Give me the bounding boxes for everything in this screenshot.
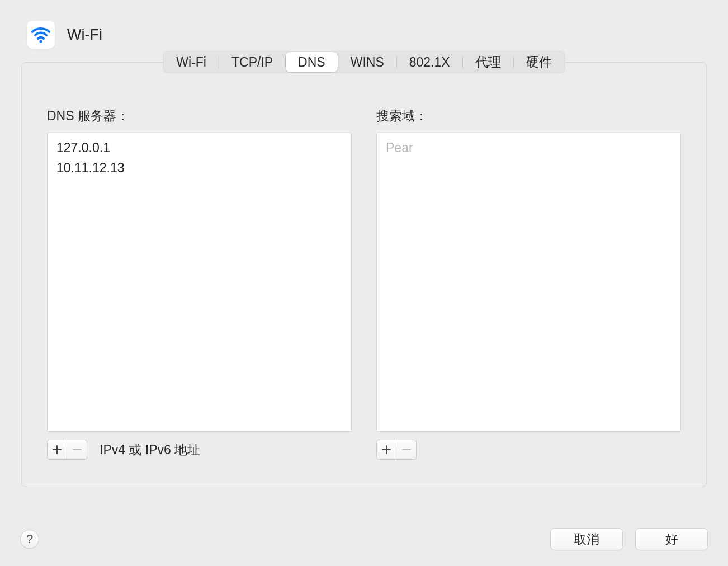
search-domain-placeholder: Pear (386, 138, 672, 158)
footer: ? 取消 好 (20, 528, 708, 550)
tab-wifi[interactable]: Wi-Fi (164, 52, 219, 72)
plus-icon (52, 445, 62, 455)
dns-servers-label: DNS 服务器： (47, 107, 352, 125)
tab-wins[interactable]: WINS (338, 52, 396, 72)
svg-point-0 (40, 40, 42, 43)
search-domains-column: 搜索域： Pear (376, 107, 681, 460)
dns-panel: DNS 服务器： 127.0.0.1 10.11.12.13 (21, 62, 707, 487)
add-dns-server-button[interactable] (47, 440, 67, 460)
dns-servers-list[interactable]: 127.0.0.1 10.11.12.13 (47, 133, 352, 432)
dns-address-hint: IPv4 或 IPv6 地址 (100, 441, 200, 459)
tab-tcpip[interactable]: TCP/IP (219, 52, 285, 72)
tab-proxy[interactable]: 代理 (463, 52, 513, 72)
add-search-domain-button[interactable] (376, 440, 396, 460)
tabs-container: Wi-Fi TCP/IP DNS WINS 802.1X 代理 硬件 (6, 51, 722, 73)
remove-search-domain-button[interactable] (396, 440, 417, 460)
minus-icon (72, 445, 82, 455)
dns-server-item[interactable]: 10.11.12.13 (56, 158, 342, 178)
dns-server-item[interactable]: 127.0.0.1 (56, 138, 342, 158)
ok-button[interactable]: 好 (635, 528, 708, 550)
wifi-icon (27, 21, 55, 49)
dns-servers-column: DNS 服务器： 127.0.0.1 10.11.12.13 (47, 107, 352, 460)
tab-dns[interactable]: DNS (286, 52, 338, 72)
search-domains-list[interactable]: Pear (376, 133, 681, 432)
minus-icon (401, 445, 412, 455)
cancel-button[interactable]: 取消 (550, 528, 623, 550)
plus-icon (381, 445, 391, 455)
tab-8021x[interactable]: 802.1X (397, 52, 462, 72)
tab-hardware[interactable]: 硬件 (514, 52, 564, 72)
page-title: Wi-Fi (67, 26, 102, 44)
tabs: Wi-Fi TCP/IP DNS WINS 802.1X 代理 硬件 (163, 51, 565, 73)
header: Wi-Fi (6, 7, 722, 49)
search-domains-label: 搜索域： (376, 107, 681, 125)
remove-dns-server-button[interactable] (67, 440, 87, 460)
network-settings-window: Wi-Fi Wi-Fi TCP/IP DNS WINS 802.1X 代理 硬件… (6, 7, 722, 560)
help-button[interactable]: ? (20, 530, 39, 549)
